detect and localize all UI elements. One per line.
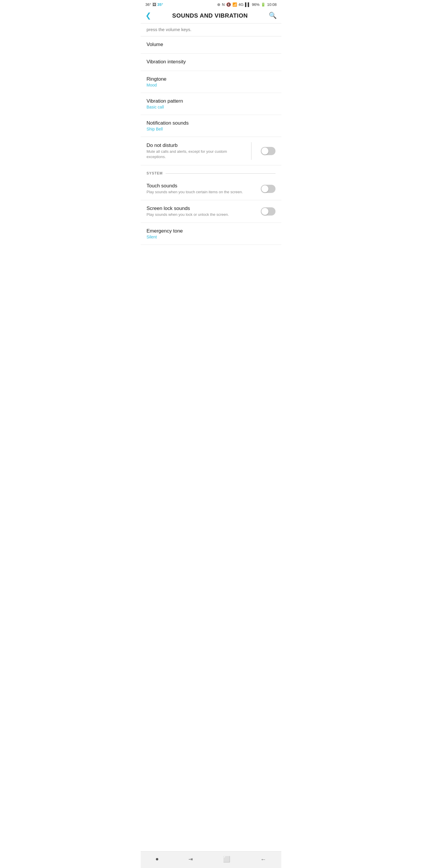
emergency-tone-text: Emergency tone Silent [147, 228, 275, 239]
ringtone-text: Ringtone Mood [147, 76, 275, 87]
vibration-pattern-text: Vibration pattern Basic call [147, 98, 275, 110]
bluetooth-icon: ⊛ [217, 2, 220, 7]
vibration-intensity-text: Vibration intensity [147, 59, 275, 65]
content-area: press the volume keys. Volume Vibration … [141, 24, 281, 266]
scroll-hint-text: press the volume keys. [141, 24, 281, 36]
network-icon: 4G [238, 2, 244, 7]
touch-sounds-item[interactable]: Touch sounds Play sounds when you touch … [141, 178, 281, 200]
status-bar: 36° 🖼 35° ⊛ N 🔇 📶 4G ▌▌ 96% 🔋 10:08 [141, 0, 281, 8]
dnd-desc: Mute all calls and alerts, except for yo… [147, 149, 247, 159]
volume-title: Volume [147, 42, 275, 48]
page-title: SOUNDS AND VIBRATION [172, 12, 248, 19]
header: ❮ SOUNDS AND VIBRATION 🔍 [141, 8, 281, 24]
screen-lock-sounds-desc: Play sounds when you lock or unlock the … [147, 212, 256, 217]
screen-lock-sounds-title: Screen lock sounds [147, 206, 256, 211]
status-right: ⊛ N 🔇 📶 4G ▌▌ 96% 🔋 10:08 [217, 2, 277, 7]
dnd-text: Do not disturb Mute all calls and alerts… [147, 143, 247, 159]
dnd-toggle[interactable] [261, 147, 275, 155]
screen-lock-sounds-text: Screen lock sounds Play sounds when you … [147, 206, 256, 217]
nfc-icon: N [222, 2, 225, 7]
temperature-alt: 35° [157, 2, 163, 7]
battery-percent: 96% [252, 2, 259, 7]
notification-sounds-value: Ship Bell [147, 127, 275, 131]
temperature: 36° [145, 2, 151, 7]
ringtone-item[interactable]: Ringtone Mood [141, 71, 281, 93]
touch-sounds-desc: Play sounds when you touch certain items… [147, 189, 256, 195]
battery-icon: 🔋 [261, 2, 265, 7]
dnd-title: Do not disturb [147, 143, 247, 148]
notification-sounds-text: Notification sounds Ship Bell [147, 120, 275, 131]
dnd-separator [251, 142, 252, 160]
vibration-intensity-title: Vibration intensity [147, 59, 275, 65]
touch-sounds-text: Touch sounds Play sounds when you touch … [147, 183, 256, 195]
vibration-intensity-item[interactable]: Vibration intensity [141, 54, 281, 71]
vibration-pattern-value: Basic call [147, 105, 275, 110]
touch-sounds-toggle[interactable] [261, 185, 275, 193]
system-section-header: SYSTEM [141, 165, 281, 178]
volume-item[interactable]: Volume [141, 36, 281, 54]
mute-icon: 🔇 [226, 2, 231, 7]
wifi-icon: 📶 [232, 2, 237, 7]
volume-text: Volume [147, 42, 275, 48]
ringtone-title: Ringtone [147, 76, 275, 82]
back-button[interactable]: ❮ [145, 11, 151, 20]
touch-sounds-title: Touch sounds [147, 183, 256, 189]
screen-lock-sounds-toggle[interactable] [261, 207, 275, 216]
search-button[interactable]: 🔍 [269, 12, 277, 19]
screen-lock-sounds-item[interactable]: Screen lock sounds Play sounds when you … [141, 200, 281, 223]
time: 10:08 [267, 2, 277, 7]
emergency-tone-item[interactable]: Emergency tone Silent [141, 223, 281, 245]
signal-icon: ▌▌ [245, 2, 250, 7]
vibration-pattern-title: Vibration pattern [147, 98, 275, 104]
emergency-tone-title: Emergency tone [147, 228, 275, 234]
emergency-tone-value: Silent [147, 235, 275, 239]
notification-sounds-title: Notification sounds [147, 120, 275, 126]
notification-sounds-item[interactable]: Notification sounds Ship Bell [141, 115, 281, 137]
weather-icon: 🖼 [152, 2, 156, 7]
system-label: SYSTEM [147, 171, 163, 175]
do-not-disturb-item[interactable]: Do not disturb Mute all calls and alerts… [141, 137, 281, 165]
status-left: 36° 🖼 35° [145, 2, 163, 7]
ringtone-value: Mood [147, 83, 275, 87]
vibration-pattern-item[interactable]: Vibration pattern Basic call [141, 93, 281, 115]
